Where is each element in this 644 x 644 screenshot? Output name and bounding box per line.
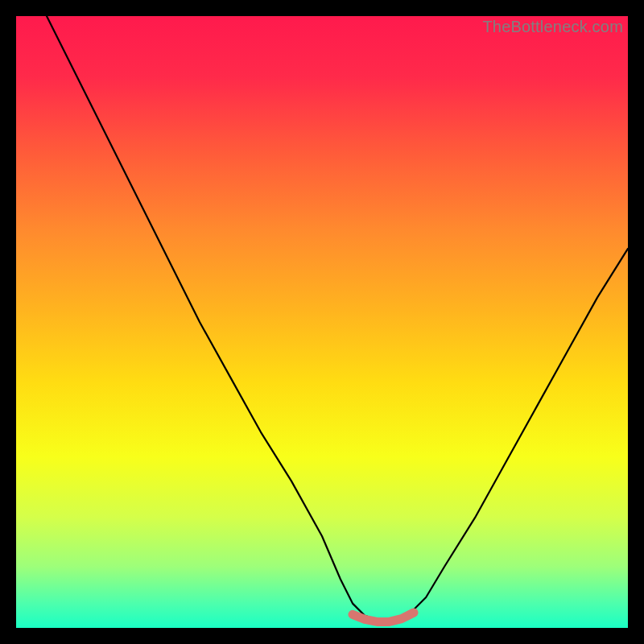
attribution-watermark: TheBottleneck.com bbox=[482, 18, 623, 36]
chart-frame: TheBottleneck.com bbox=[16, 16, 628, 628]
bottleneck-chart bbox=[16, 16, 628, 628]
